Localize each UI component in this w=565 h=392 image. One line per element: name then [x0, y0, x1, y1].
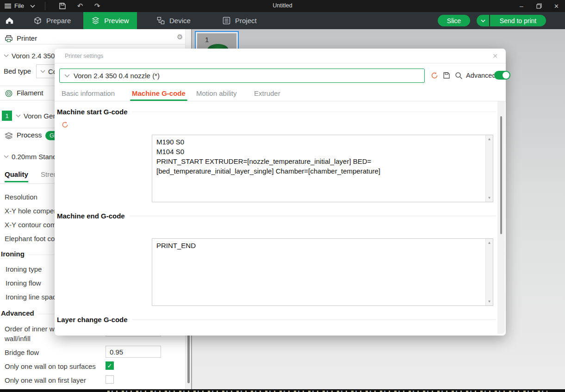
sidebar-item-resolution[interactable]: Resolution: [5, 193, 37, 201]
send-options-caret-button[interactable]: [477, 15, 489, 26]
machine-start-gcode-textarea[interactable]: M190 S0 M104 S0 PRINT_START EXTRUDER=[no…: [152, 135, 486, 202]
search-icon[interactable]: [453, 70, 464, 81]
ironing-section-title: Ironing: [1, 250, 25, 258]
chevron-down-icon: [4, 54, 9, 57]
section-rule: [132, 319, 496, 320]
redo-icon[interactable]: ↷: [91, 0, 103, 12]
machine-start-gcode-header: Machine start G-code: [57, 108, 496, 116]
save-preset-icon[interactable]: [441, 70, 452, 81]
tab-device-label: Device: [169, 17, 191, 25]
divider: [55, 63, 506, 63]
process-layers-icon: [5, 132, 13, 139]
reset-start-gcode-icon[interactable]: [62, 121, 68, 128]
printer-icon: [5, 35, 13, 42]
tab-prepare-label: Prepare: [46, 17, 71, 25]
dialog-scrollbar[interactable]: [497, 101, 505, 334]
layer-change-gcode-title: Layer change G-code: [57, 316, 128, 324]
slice-button[interactable]: Slice: [438, 15, 470, 26]
maximize-button[interactable]: [530, 0, 548, 12]
only-one-wall-first-checkbox[interactable]: [106, 375, 114, 384]
dialog-preset-dropdown[interactable]: Voron 2.4 350 0.4 nozzle (*): [59, 68, 425, 83]
sidebar-item-ironing-flow[interactable]: Ironing flow: [6, 279, 41, 287]
undo-icon[interactable]: ↶: [74, 0, 86, 12]
only-one-wall-top-checkbox[interactable]: ✓: [106, 361, 114, 370]
tab-preview-label: Preview: [104, 17, 129, 25]
tab-project-label: Project: [235, 17, 257, 25]
send-to-print-button[interactable]: Send to print: [490, 15, 546, 26]
tab-project[interactable]: Project: [216, 12, 263, 29]
chevron-down-icon: [4, 155, 9, 158]
dialog-preset-value: Voron 2.4 350 0.4 nozzle (*): [74, 72, 160, 80]
file-menu[interactable]: File: [14, 2, 24, 9]
title-bar: File ↶ ↷ Untitled – ✕: [0, 0, 565, 12]
advanced-toggle[interactable]: [494, 71, 510, 80]
dialog-close-icon[interactable]: ✕: [490, 51, 500, 61]
chevron-down-icon: [481, 19, 485, 22]
scroll-up-icon[interactable]: ▲: [486, 136, 493, 143]
scroll-up-icon[interactable]: ▲: [486, 239, 493, 246]
textarea-scrollbar[interactable]: ▲ ▼: [485, 239, 493, 305]
printer-settings-gear-icon[interactable]: ⚙: [177, 33, 183, 41]
divider: [0, 44, 185, 44]
bridge-flow-label: Bridge flow: [5, 348, 39, 356]
only-one-wall-top-label: Only one wall on top surfaces: [5, 362, 96, 370]
device-icon: [156, 16, 165, 25]
toggle-knob: [503, 72, 509, 79]
advanced-section-title: Advanced: [1, 309, 34, 317]
machine-end-gcode-textarea[interactable]: PRINT_END: [152, 239, 486, 305]
tab-prepare[interactable]: Prepare: [27, 12, 77, 29]
chevron-down-icon: [64, 74, 70, 78]
project-icon: [222, 16, 231, 25]
machine-end-gcode-title: Machine end G-code: [57, 212, 125, 220]
divider: [55, 101, 506, 101]
machine-end-gcode-header: Machine end G-code: [57, 212, 496, 220]
filament-slot-badge[interactable]: 1: [2, 111, 12, 121]
only-one-wall-first-label: Only one wall on first layer: [5, 376, 86, 384]
printer-section-title: Printer: [17, 34, 37, 42]
tab-device[interactable]: Device: [150, 12, 197, 29]
dialog-tab-motion-ability[interactable]: Motion ability: [196, 89, 237, 97]
main-nav-bar: Prepare Preview Device Project Slice Sen…: [0, 12, 565, 29]
chevron-down-icon: [40, 70, 45, 73]
dialog-title: Printer settings: [65, 53, 103, 59]
scroll-down-icon[interactable]: ▼: [486, 298, 493, 305]
layer-change-gcode-header: Layer change G-code: [57, 316, 496, 324]
advanced-toggle-label: Advanced: [466, 72, 496, 79]
bottom-status-bar: [0, 389, 565, 392]
send-to-print-label: Send to print: [500, 17, 536, 25]
scroll-down-icon[interactable]: ▼: [486, 194, 493, 201]
home-icon: [5, 17, 14, 25]
filament-spool-icon: [5, 90, 13, 97]
minimize-button[interactable]: –: [513, 0, 530, 12]
tab-preview-active[interactable]: Preview: [83, 12, 137, 29]
bed-type-label: Bed type: [4, 67, 31, 75]
chevron-down-icon: [16, 114, 21, 118]
reset-preset-icon[interactable]: [429, 70, 440, 81]
check-icon: ✓: [107, 362, 112, 369]
home-button[interactable]: [0, 12, 19, 29]
dialog-scrollbar-thumb[interactable]: [500, 116, 502, 234]
section-rule: [132, 112, 496, 112]
plate-number: 1: [205, 36, 209, 44]
dialog-tab-extruder[interactable]: Extruder: [254, 89, 280, 97]
filament-section-title: Filament: [17, 89, 43, 97]
sidebar-tab-quality[interactable]: Quality: [5, 170, 28, 182]
dialog-tab-machine-gcode[interactable]: Machine G-code: [132, 89, 186, 97]
hamburger-menu-icon[interactable]: [3, 0, 13, 12]
dialog-tab-basic-information[interactable]: Basic information: [62, 89, 115, 97]
app-window: File ↶ ↷ Untitled – ✕ Prepare Preview: [0, 0, 565, 392]
machine-end-gcode-field: PRINT_END ▲ ▼: [152, 238, 493, 306]
bridge-flow-input[interactable]: [106, 346, 161, 358]
preview-layers-icon: [91, 16, 100, 25]
close-window-button[interactable]: ✕: [548, 0, 565, 12]
textarea-scrollbar[interactable]: ▲ ▼: [485, 135, 493, 202]
process-section-title: Process: [17, 131, 42, 139]
file-menu-caret-icon[interactable]: [27, 0, 38, 12]
machine-start-gcode-title: Machine start G-code: [57, 108, 128, 116]
prepare-cube-icon: [33, 16, 42, 25]
sidebar-item-ironing-type[interactable]: Ironing type: [6, 265, 42, 273]
printer-settings-dialog: Printer settings ✕ Voron 2.4 350 0.4 noz…: [55, 49, 506, 336]
titlebar-divider: [45, 2, 45, 10]
save-icon[interactable]: [56, 0, 68, 12]
machine-start-gcode-field: M190 S0 M104 S0 PRINT_START EXTRUDER=[no…: [152, 135, 493, 202]
